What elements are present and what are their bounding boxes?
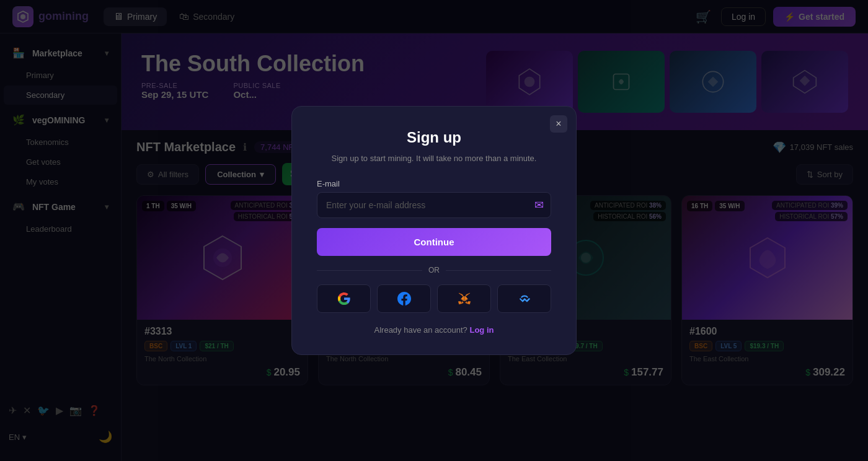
divider-left <box>317 270 422 271</box>
continue-button[interactable]: Continue <box>317 228 551 256</box>
modal-title: Sign up <box>317 129 551 146</box>
or-text: OR <box>428 266 440 274</box>
metamask-signin-button[interactable] <box>437 284 491 313</box>
modal-overlay[interactable]: × Sign up Sign up to start mining. It wi… <box>0 0 868 461</box>
email-input-wrap: ✉ <box>317 192 551 218</box>
modal-footer: Already have an account? Log in <box>317 325 551 335</box>
walletconnect-signin-button[interactable] <box>497 284 551 313</box>
email-label: E-mail <box>317 179 551 188</box>
divider-right <box>446 270 551 271</box>
signup-modal: × Sign up Sign up to start mining. It wi… <box>291 106 577 356</box>
modal-subtitle: Sign up to start mining. It will take no… <box>317 152 551 165</box>
google-signin-button[interactable] <box>317 284 371 313</box>
social-buttons <box>317 284 551 313</box>
svg-point-9 <box>462 296 467 301</box>
divider-or: OR <box>317 266 551 274</box>
email-icon: ✉ <box>534 198 544 212</box>
login-link[interactable]: Log in <box>469 325 494 335</box>
modal-close-button[interactable]: × <box>550 115 567 133</box>
email-input[interactable] <box>317 192 551 218</box>
facebook-signin-button[interactable] <box>377 284 431 313</box>
